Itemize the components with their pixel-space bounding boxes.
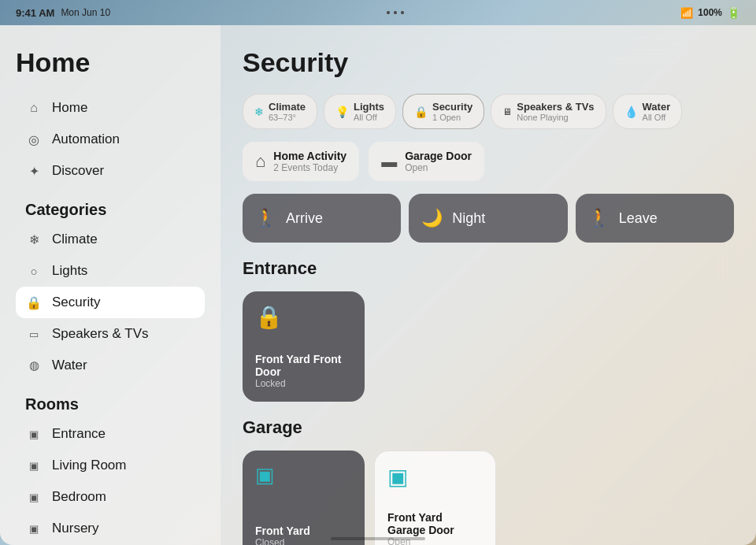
status-date: Mon Jun 10	[61, 7, 110, 18]
front-yard-closed-card[interactable]: ▣ Front Yard Closed	[243, 450, 365, 545]
activity-bar: ⌂ Home Activity 2 Events Today ▬ Garage …	[243, 142, 734, 181]
nursery-icon: ▣	[25, 520, 43, 537]
status-time: 9:41 AM	[16, 7, 54, 19]
sidebar-living-label: Living Room	[52, 458, 127, 473]
pill-security-sub: 1 Open	[432, 113, 472, 122]
rooms-heading: Rooms	[25, 395, 205, 413]
front-door-status: Locked	[255, 378, 352, 389]
sidebar-item-speakers[interactable]: ▭ Speakers & TVs	[16, 318, 205, 350]
nav-automation-label: Automation	[52, 132, 120, 147]
front-door-name: Front Yard Front Door	[255, 353, 352, 378]
sidebar-security-label: Security	[52, 295, 100, 310]
pill-speakers-label: Speakers & TVs	[517, 101, 594, 113]
front-yard-door-card[interactable]: 🔒 Front Yard Front Door Locked	[243, 291, 365, 402]
dot1	[387, 11, 390, 14]
page-title: Security	[243, 47, 734, 78]
status-center-dots	[387, 11, 404, 14]
pill-security[interactable]: 🔒 Security 1 Open	[402, 94, 484, 129]
sidebar-item-entrance[interactable]: ▣ Entrance	[16, 418, 205, 450]
night-label: Night	[452, 210, 485, 227]
sidebar-bedroom-label: Bedroom	[52, 489, 106, 505]
pill-speakers-sub: None Playing	[517, 113, 594, 122]
nav-discover[interactable]: ✦ Discover	[16, 155, 205, 187]
pill-lights[interactable]: 💡 Lights All Off	[324, 94, 396, 129]
pill-security-label: Security	[432, 101, 472, 113]
entrance-cards-row: 🔒 Front Yard Front Door Locked	[243, 291, 734, 402]
leave-label: Leave	[619, 210, 658, 227]
arrive-label: Arrive	[286, 210, 323, 227]
sidebar-item-bedroom[interactable]: ▣ Bedroom	[16, 481, 205, 513]
climate-icon: ❄	[25, 231, 43, 248]
night-icon: 🌙	[421, 208, 443, 228]
home-activity-sub: 2 Events Today	[273, 162, 346, 173]
app-container: Home ⌂ Home ◎ Automation ✦ Discover Cate…	[0, 25, 756, 545]
wifi-icon: 📶	[680, 7, 693, 19]
sidebar-nursery-label: Nursery	[52, 521, 99, 536]
pill-water-label: Water	[643, 101, 671, 113]
sidebar-lights-label: Lights	[52, 263, 87, 279]
sidebar-item-living-room[interactable]: ▣ Living Room	[16, 450, 205, 481]
front-yard-garage-card[interactable]: ▣ Front Yard Garage Door Open	[374, 450, 496, 545]
pill-climate-sub: 63–73°	[269, 113, 306, 122]
leave-icon: 🚶	[588, 208, 610, 228]
garage-door-item[interactable]: ▬ Garage Door Open	[369, 142, 484, 181]
lights-icon: ○	[25, 262, 43, 280]
pill-lights-sub: All Off	[354, 113, 384, 122]
nav-home-label: Home	[52, 100, 87, 116]
home-activity-title: Home Activity	[273, 150, 346, 162]
speakers-icon: ▭	[25, 325, 43, 343]
garage-door-name: Front Yard Garage Door	[387, 511, 483, 536]
pill-security-icon: 🔒	[414, 106, 428, 118]
garage-section-label: Garage	[243, 417, 734, 438]
battery-icon: 🔋	[727, 6, 740, 19]
water-icon: ◍	[25, 357, 43, 374]
dot2	[394, 11, 397, 14]
living-room-icon: ▣	[25, 457, 43, 474]
pill-water-sub: All Off	[643, 113, 671, 122]
nav-home[interactable]: ⌂ Home	[16, 92, 205, 124]
dot3	[401, 11, 404, 14]
category-pills: ❄ Climate 63–73° 💡 Lights All Off 🔒 Secu…	[243, 94, 734, 129]
main-content: Security ❄ Climate 63–73° 💡 Lights All O…	[220, 25, 756, 545]
garage-closed-icon: ▣	[255, 463, 352, 488]
garage-cards-row: ▣ Front Yard Closed ▣ Front Yard Garage …	[243, 450, 734, 545]
sidebar-item-lights[interactable]: ○ Lights	[16, 255, 205, 287]
scene-arrive-button[interactable]: 🚶 Arrive	[243, 194, 401, 243]
battery-label: 100%	[698, 7, 722, 18]
security-icon: 🔒	[25, 294, 43, 311]
bedroom-icon: ▣	[25, 488, 43, 506]
pill-lights-label: Lights	[354, 101, 384, 113]
garage-open-icon: ▣	[387, 464, 483, 490]
scene-night-button[interactable]: 🌙 Night	[409, 194, 567, 243]
front-yard-name: Front Yard	[255, 525, 352, 537]
home-activity-item[interactable]: ⌂ Home Activity 2 Events Today	[243, 142, 359, 181]
sidebar-item-security[interactable]: 🔒 Security	[16, 287, 205, 318]
entrance-section-label: Entrance	[243, 258, 734, 279]
nav-discover-label: Discover	[52, 163, 104, 179]
categories-heading: Categories	[25, 201, 205, 219]
sidebar-item-nursery[interactable]: ▣ Nursery	[16, 513, 205, 544]
nav-automation[interactable]: ◎ Automation	[16, 124, 205, 155]
pill-water-icon: 💧	[624, 106, 638, 118]
sidebar-speakers-label: Speakers & TVs	[52, 326, 149, 342]
pill-water[interactable]: 💧 Water All Off	[613, 94, 683, 129]
sidebar-entrance-label: Entrance	[52, 426, 106, 442]
pill-climate[interactable]: ❄ Climate 63–73°	[243, 94, 317, 129]
status-right: 📶 100% 🔋	[680, 6, 740, 19]
sidebar-item-water[interactable]: ◍ Water	[16, 350, 205, 381]
entrance-room-icon: ▣	[25, 425, 43, 443]
home-indicator	[331, 537, 425, 540]
discover-icon: ✦	[25, 162, 43, 180]
automation-icon: ◎	[25, 131, 43, 148]
pill-lights-icon: 💡	[335, 106, 349, 118]
scene-row: 🚶 Arrive 🌙 Night 🚶 Leave	[243, 194, 734, 243]
sidebar-climate-label: Climate	[52, 232, 98, 247]
status-bar: 9:41 AM Mon Jun 10 📶 100% 🔋	[0, 0, 756, 25]
garage-door-icon: ▬	[381, 153, 397, 171]
sidebar-item-climate[interactable]: ❄ Climate	[16, 224, 205, 255]
sidebar-water-label: Water	[52, 358, 87, 373]
arrive-icon: 🚶	[255, 208, 276, 228]
home-icon: ⌂	[25, 99, 43, 117]
pill-speakers[interactable]: 🖥 Speakers & TVs None Playing	[491, 94, 606, 129]
scene-leave-button[interactable]: 🚶 Leave	[576, 194, 734, 243]
